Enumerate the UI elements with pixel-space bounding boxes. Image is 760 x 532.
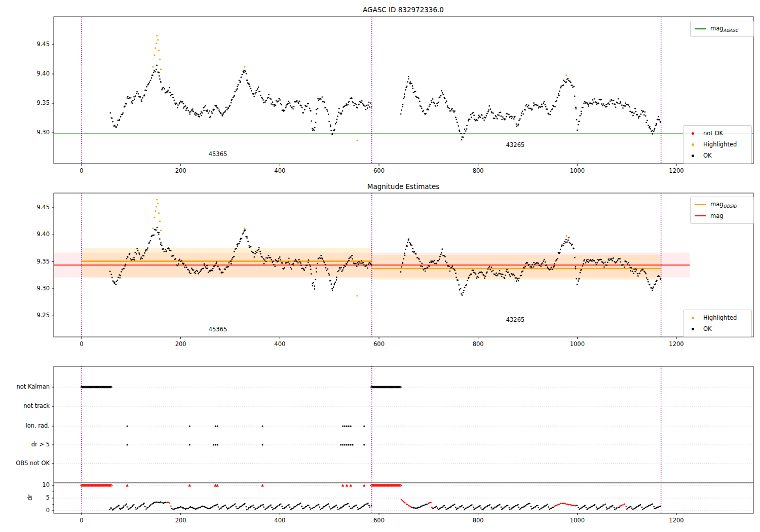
dr-point [445, 507, 446, 509]
ok-point [593, 98, 595, 100]
ok-point [538, 262, 539, 264]
ok-point [409, 242, 410, 243]
ok-point [442, 92, 443, 94]
ok-point [593, 102, 595, 103]
ok-point [540, 265, 542, 267]
ok-point [518, 120, 520, 121]
ok-point [407, 242, 408, 243]
dr-point [480, 507, 482, 509]
ok-point [402, 104, 404, 105]
dr-point [462, 505, 463, 506]
ok-point [189, 113, 191, 115]
ok-point [547, 267, 548, 268]
ok-point [323, 260, 325, 262]
ok-point [419, 258, 420, 260]
y-tick-label: 9.40 [14, 231, 50, 238]
highlighted-point [152, 227, 154, 229]
ok-point [428, 109, 429, 110]
dr-point [474, 509, 475, 510]
flag-point [344, 426, 346, 427]
dr-point [114, 508, 116, 509]
ok-point [313, 128, 315, 130]
ok-point [620, 101, 621, 103]
ok-point [124, 105, 126, 107]
ok-point [130, 97, 132, 99]
ok-point [135, 252, 136, 253]
dr-point [433, 508, 435, 509]
ok-point [645, 115, 647, 117]
ok-point [237, 245, 238, 247]
ok-point [263, 102, 264, 103]
ok-point [546, 264, 547, 266]
ok-point [167, 90, 169, 91]
ok-point [551, 267, 552, 269]
ok-point [217, 107, 219, 109]
ok-point [286, 104, 288, 105]
ok-point [195, 273, 197, 275]
ok-point [317, 98, 319, 99]
dr-point [272, 509, 274, 511]
ok-point [563, 80, 564, 81]
ok-point [581, 113, 582, 115]
highlighted-point [156, 206, 157, 207]
ok-point [173, 99, 175, 101]
ok-point [575, 108, 577, 110]
ok-point [575, 268, 577, 270]
ok-point [278, 260, 279, 262]
dr-point [650, 504, 651, 506]
ok-point [656, 124, 657, 126]
ok-point [455, 277, 457, 278]
ok-point [204, 263, 205, 265]
ok-point [513, 274, 514, 275]
ok-point [617, 102, 618, 104]
ok-point [464, 287, 466, 288]
dr-point [530, 506, 532, 507]
ok-point [427, 267, 429, 269]
dr-point [324, 506, 325, 508]
ok-point [278, 98, 280, 99]
ok-point [165, 92, 167, 94]
ok-point [501, 119, 503, 121]
dr-point [368, 505, 370, 506]
ok-point [278, 100, 279, 102]
ok-point [439, 256, 441, 257]
ok-point [401, 109, 402, 111]
ok-point [129, 97, 131, 98]
ok-point [637, 275, 639, 277]
dr-point [491, 507, 492, 508]
ok-point [505, 275, 506, 276]
ok-point [330, 126, 331, 128]
ok-point [660, 122, 661, 123]
ok-point [299, 261, 300, 263]
dr-point [525, 505, 526, 507]
ok-point [226, 109, 228, 110]
ok-point [502, 274, 504, 275]
highlighted-point [356, 139, 358, 141]
ok-point [263, 263, 265, 264]
flag-point [217, 426, 218, 427]
ok-point [325, 264, 326, 265]
ok-point [568, 237, 569, 239]
ok-point [350, 256, 352, 258]
ok-point [301, 107, 303, 108]
dr-point [656, 507, 657, 509]
flag-point [189, 426, 191, 427]
dr-point [171, 508, 173, 509]
ok-point [371, 264, 372, 266]
ok-point [471, 117, 472, 118]
ok-point [402, 106, 403, 107]
ok-point [370, 263, 371, 264]
ok-point [531, 267, 533, 269]
ok-point [489, 108, 491, 110]
ok-point [237, 88, 238, 90]
ok-point [276, 100, 277, 102]
ok-point [501, 274, 502, 275]
ok-point [159, 79, 161, 80]
ok-point [340, 267, 342, 269]
dr-point [499, 504, 501, 505]
ok-point [573, 86, 575, 87]
legend-label: magOBSID [710, 201, 737, 209]
dr-point [501, 506, 502, 508]
ok-point [611, 258, 613, 259]
ok-point [452, 265, 453, 267]
